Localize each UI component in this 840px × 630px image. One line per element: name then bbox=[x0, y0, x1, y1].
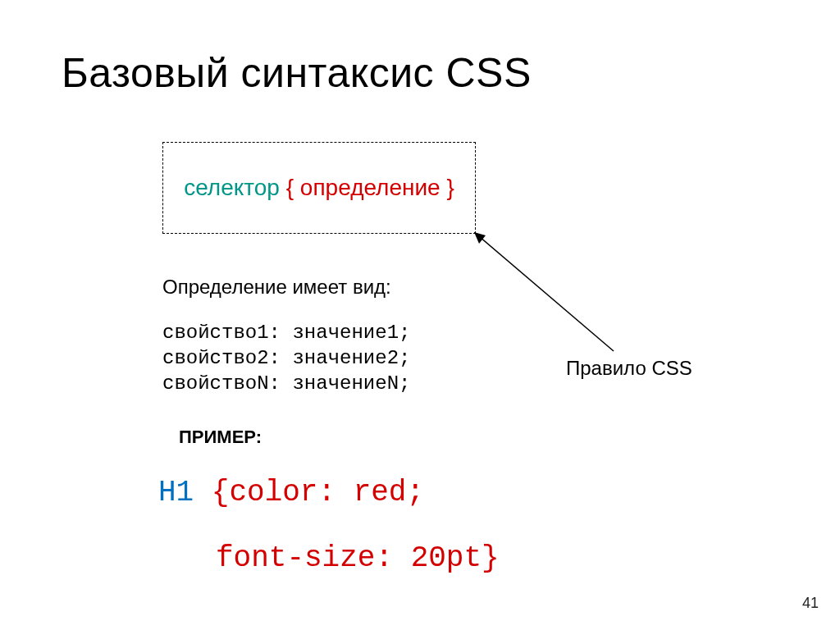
property-line-1: свойство1: значение1; bbox=[162, 322, 410, 344]
page-number: 41 bbox=[802, 595, 819, 612]
property-line-2: свойство2: значение2; bbox=[162, 347, 410, 369]
example-label: ПРИМЕР: bbox=[179, 427, 262, 448]
syntax-box: селектор { определение } bbox=[162, 142, 476, 234]
syntax-definition: { определение } bbox=[286, 175, 454, 200]
example-rest-1: {color: red; bbox=[194, 476, 424, 509]
properties-block: свойство1: значение1; свойство2: значени… bbox=[162, 320, 410, 397]
slide-title: Базовый синтаксис CSS bbox=[62, 49, 532, 97]
arrow-icon bbox=[474, 232, 655, 363]
syntax-selector: селектор bbox=[184, 175, 280, 200]
slide: Базовый синтаксис CSS селектор { определ… bbox=[0, 0, 840, 630]
syntax-line: селектор { определение } bbox=[184, 175, 454, 201]
example-line-1: H1 {color: red; bbox=[158, 476, 424, 509]
property-line-3: свойствоN: значениеN; bbox=[162, 372, 410, 395]
definition-subhead: Определение имеет вид: bbox=[162, 276, 391, 299]
svg-marker-1 bbox=[474, 232, 486, 244]
svg-line-0 bbox=[474, 232, 614, 351]
example-line-2: font-size: 20pt} bbox=[216, 541, 500, 575]
example-selector: H1 bbox=[158, 476, 194, 509]
css-rule-label: Правило CSS bbox=[566, 357, 692, 380]
